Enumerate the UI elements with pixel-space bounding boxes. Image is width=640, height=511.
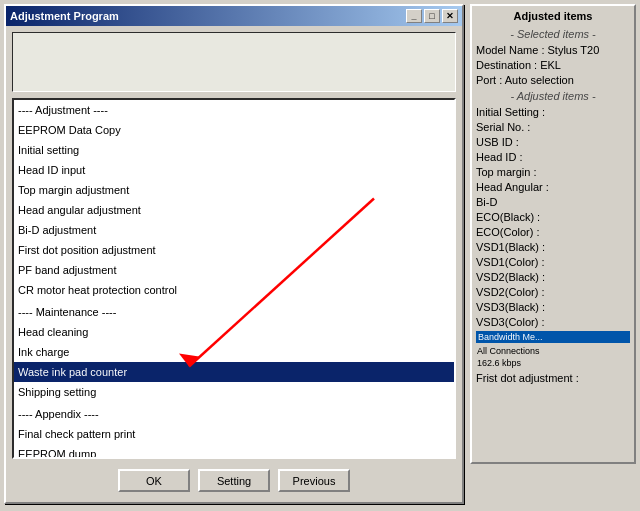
logo-area bbox=[12, 32, 456, 92]
list-container: ---- Adjustment ----EEPROM Data CopyInit… bbox=[12, 98, 456, 459]
head-angular-label: Head Angular : bbox=[476, 181, 630, 193]
list-item[interactable]: Shipping setting bbox=[14, 382, 454, 402]
speed-label: 162.6 kbps bbox=[476, 357, 630, 369]
vsd1-black-label: VSD1(Black) : bbox=[476, 241, 630, 253]
list-item[interactable]: Head ID input bbox=[14, 160, 454, 180]
model-name-label: Model Name : Stylus T20 bbox=[476, 44, 630, 56]
setting-button[interactable]: Setting bbox=[198, 469, 270, 492]
head-id-label: Head ID : bbox=[476, 151, 630, 163]
vsd2-color-label: VSD2(Color) : bbox=[476, 286, 630, 298]
list-item[interactable]: Ink charge bbox=[14, 342, 454, 362]
list-item[interactable]: Top margin adjustment bbox=[14, 180, 454, 200]
list-item[interactable]: First dot position adjustment bbox=[14, 240, 454, 260]
list-item[interactable]: Initial setting bbox=[14, 140, 454, 160]
list-item[interactable]: Final check pattern print bbox=[14, 424, 454, 444]
eco-black-label: ECO(Black) : bbox=[476, 211, 630, 223]
list-separator: ---- Appendix ---- bbox=[14, 404, 454, 424]
list-item[interactable]: EEPROM dump bbox=[14, 444, 454, 457]
initial-setting-label: Initial Setting : bbox=[476, 106, 630, 118]
destination-label: Destination : EKL bbox=[476, 59, 630, 71]
right-panel-title: Adjusted items bbox=[476, 10, 630, 22]
window-title: Adjustment Program bbox=[10, 10, 119, 22]
window-content: ---- Adjustment ----EEPROM Data CopyInit… bbox=[6, 26, 462, 502]
title-bar: Adjustment Program _ □ ✕ bbox=[6, 6, 462, 26]
top-margin-label: Top margin : bbox=[476, 166, 630, 178]
first-dot-label: Frist dot adjustment : bbox=[476, 372, 630, 384]
bandwidth-bar: Bandwidth Me... bbox=[476, 331, 630, 343]
selected-items-header: - Selected items - bbox=[476, 28, 630, 40]
list-item[interactable]: EEPROM Data Copy bbox=[14, 120, 454, 140]
ok-button[interactable]: OK bbox=[118, 469, 190, 492]
vsd1-color-label: VSD1(Color) : bbox=[476, 256, 630, 268]
bid-label: Bi-D bbox=[476, 196, 630, 208]
list-item[interactable]: Head cleaning bbox=[14, 322, 454, 342]
port-label: Port : Auto selection bbox=[476, 74, 630, 86]
maximize-button[interactable]: □ bbox=[424, 9, 440, 23]
list-item[interactable]: Waste ink pad counter bbox=[14, 362, 454, 382]
list-item[interactable]: Bi-D adjustment bbox=[14, 220, 454, 240]
title-bar-buttons: _ □ ✕ bbox=[406, 9, 458, 23]
list-separator: ---- Adjustment ---- bbox=[14, 100, 454, 120]
close-button[interactable]: ✕ bbox=[442, 9, 458, 23]
vsd2-black-label: VSD2(Black) : bbox=[476, 271, 630, 283]
adjusted-items-header: - Adjusted items - bbox=[476, 90, 630, 102]
list-separator: ---- Maintenance ---- bbox=[14, 302, 454, 322]
vsd3-black-label: VSD3(Black) : bbox=[476, 301, 630, 313]
all-connections-label: All Connections bbox=[476, 345, 630, 357]
list-scroll[interactable]: ---- Adjustment ----EEPROM Data CopyInit… bbox=[14, 100, 454, 457]
button-row: OK Setting Previous bbox=[12, 465, 456, 496]
usb-id-label: USB ID : bbox=[476, 136, 630, 148]
serial-no-label: Serial No. : bbox=[476, 121, 630, 133]
right-panel: Adjusted items - Selected items - Model … bbox=[470, 4, 636, 464]
list-item[interactable]: CR motor heat protection control bbox=[14, 280, 454, 300]
list-item[interactable]: PF band adjustment bbox=[14, 260, 454, 280]
list-item[interactable]: Head angular adjustment bbox=[14, 200, 454, 220]
previous-button[interactable]: Previous bbox=[278, 469, 350, 492]
eco-color-label: ECO(Color) : bbox=[476, 226, 630, 238]
vsd3-color-label: VSD3(Color) : bbox=[476, 316, 630, 328]
minimize-button[interactable]: _ bbox=[406, 9, 422, 23]
main-window: Adjustment Program _ □ ✕ ---- Adjustment… bbox=[4, 4, 464, 504]
